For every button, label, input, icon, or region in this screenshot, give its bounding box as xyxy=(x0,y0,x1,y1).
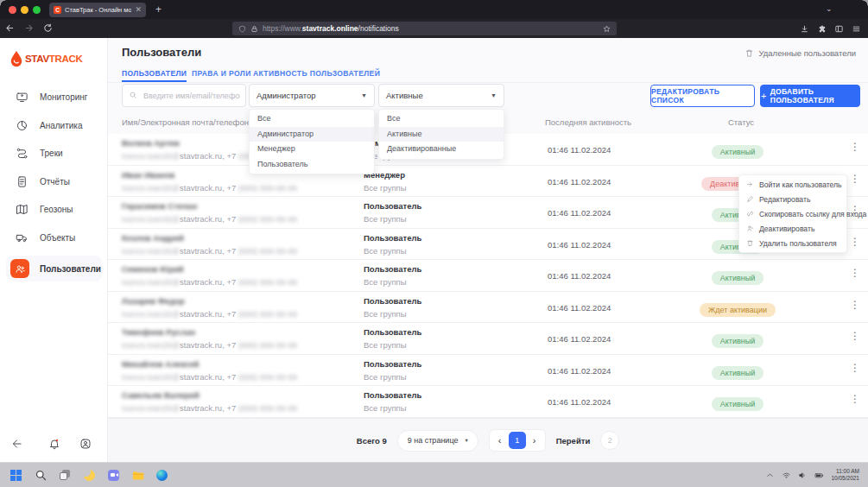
chat-app-icon[interactable] xyxy=(107,469,120,482)
edge-browser-icon[interactable] xyxy=(155,469,168,482)
sidebar-item-analytics[interactable]: Аналитика xyxy=(0,115,108,136)
role-option[interactable]: Все xyxy=(250,111,374,127)
status-option[interactable]: Деактивированные xyxy=(379,142,504,157)
user-role: Пользователь xyxy=(364,327,421,337)
status-badge: Активный xyxy=(712,397,763,411)
row-menu-button[interactable]: ⋮ xyxy=(847,393,863,405)
tab-bar: ПОЛЬЗОВАТЕЛИ ПРАВА И РОЛИ АКТИВНОСТЬ ПОЛ… xyxy=(108,67,868,83)
last-activity: 01:46 11.02.2024 xyxy=(548,397,611,407)
menu-item-delete-user[interactable]: Удалить пользователя xyxy=(739,236,846,250)
volume-icon[interactable] xyxy=(798,471,808,480)
role-filter-select[interactable]: Администратор ▼ xyxy=(249,84,375,107)
menu-item-login-as-user[interactable]: Войти как пользователь xyxy=(739,177,846,192)
row-context-menu: Войти как пользователь Редактировать Ско… xyxy=(738,174,847,253)
row-menu-button[interactable]: ⋮ xyxy=(847,236,863,248)
tab-users[interactable]: ПОЛЬЗОВАТЕЛИ xyxy=(122,67,187,82)
task-view-icon[interactable] xyxy=(59,469,72,482)
taskbar-search-icon[interactable] xyxy=(35,469,48,482)
status-badge: Активный xyxy=(712,271,763,285)
menu-item-deactivate[interactable]: Деактивировать xyxy=(739,221,846,236)
profile-icon[interactable] xyxy=(79,438,92,450)
prev-page-button[interactable]: ‹ xyxy=(491,432,509,449)
bookmark-star-icon[interactable] xyxy=(603,25,611,33)
status-badge: Активный xyxy=(712,145,763,159)
goto-page-input[interactable]: 2 xyxy=(600,431,619,450)
caret-down-icon: ▼ xyxy=(361,92,367,98)
role-option[interactable]: Пользователь xyxy=(250,157,374,173)
status-badge: Ждет активации xyxy=(700,303,776,317)
menu-item-edit[interactable]: Редактировать xyxy=(739,192,846,206)
user-email: ivanov.ivan26@stavtrack.ru, +7 (999) 999… xyxy=(122,372,297,382)
list-all-tabs-icon[interactable]: ⌄ xyxy=(826,2,833,16)
tab-close-icon[interactable]: ✕ xyxy=(135,6,142,14)
system-tray: 11:00 AM 10/05/2021 xyxy=(765,468,868,482)
row-menu-button[interactable]: ⋮ xyxy=(847,330,863,342)
status-option[interactable]: Все xyxy=(379,111,504,127)
tray-time: 11:00 AM xyxy=(831,468,859,475)
current-page-button[interactable]: 1 xyxy=(509,432,526,449)
sidebar-item-monitoring[interactable]: Мониторинг xyxy=(0,86,108,107)
user-role: Пользователь xyxy=(364,201,421,211)
sidebar-item-tracks[interactable]: Треки xyxy=(0,142,108,163)
back-icon[interactable] xyxy=(0,23,19,35)
user-groups: Все группы xyxy=(364,372,421,382)
wifi-icon[interactable] xyxy=(782,471,791,480)
menu-item-copy-login-link[interactable]: Скопировать ссылку для входа xyxy=(739,206,846,221)
sidebar: STAVTRACK Мониторинг Аналитика Треки Отч… xyxy=(0,38,108,462)
role-filter-dropdown: Все Администратор Менеджер Пользователь xyxy=(249,109,375,174)
map-icon xyxy=(16,203,29,216)
row-menu-button[interactable]: ⋮ xyxy=(847,362,863,374)
extensions-puzzle-icon[interactable] xyxy=(817,24,827,34)
file-explorer-icon[interactable] xyxy=(131,469,144,482)
window-zoom-button[interactable] xyxy=(33,6,41,14)
login-arrow-icon xyxy=(746,180,754,188)
table-row: Семенов Юрий ivanov.ivan26@stavtrack.ru,… xyxy=(108,260,868,292)
window-close-button[interactable] xyxy=(9,6,16,14)
new-tab-button[interactable]: + xyxy=(155,3,162,17)
toolbar-right-icons xyxy=(800,19,861,38)
forward-icon[interactable] xyxy=(19,23,38,35)
windows-start-icon[interactable] xyxy=(10,469,23,482)
notifications-bell-icon[interactable] xyxy=(48,438,60,450)
user-email: ivanov.ivan26@stavtrack.ru, +7 (999) 999… xyxy=(122,309,297,319)
clock[interactable]: 11:00 AM 10/05/2021 xyxy=(831,468,859,482)
row-menu-button[interactable]: ⋮ xyxy=(847,173,863,185)
row-menu-button[interactable]: ⋮ xyxy=(847,141,863,153)
menu-hamburger-icon[interactable] xyxy=(852,24,861,34)
downloads-icon[interactable] xyxy=(800,24,809,34)
tab-rights-roles[interactable]: ПРАВА И РОЛИ xyxy=(192,67,251,82)
next-page-button[interactable]: › xyxy=(526,432,543,449)
page-size-select[interactable]: 9 на странице ▾ xyxy=(397,430,478,452)
user-role: Пользователь xyxy=(364,359,421,369)
moon-app-icon[interactable] xyxy=(83,469,96,482)
add-user-button[interactable]: + ДОБАВИТЬ ПОЛЬЗОВАТЕЛЯ xyxy=(760,85,860,107)
search-input[interactable] xyxy=(122,84,246,107)
collapse-arrow-icon[interactable] xyxy=(11,438,23,450)
caret-down-icon: ▾ xyxy=(465,437,467,444)
tray-chevron-up-icon[interactable] xyxy=(765,471,775,480)
status-filter-select[interactable]: Активные ▼ xyxy=(378,84,504,107)
url-bar[interactable]: https://www.stavtrack.online/notificatio… xyxy=(232,22,617,35)
deleted-users-button[interactable]: Удаленные пользователи xyxy=(744,48,856,58)
status-badge: Активный xyxy=(712,334,763,348)
sidebar-item-users[interactable]: Пользователи xyxy=(6,256,102,281)
user-email: ivanov.ivan26@stavtrack.ru, +7 (999) 999… xyxy=(122,246,297,256)
window-minimize-button[interactable] xyxy=(21,6,29,14)
row-menu-button[interactable]: ⋮ xyxy=(847,299,863,311)
sidebar-item-objects[interactable]: Объекты xyxy=(0,227,108,248)
browser-tab[interactable]: С СтавТрак - Онлайн мониторинг ✕ xyxy=(49,3,146,17)
user-name: Михайлов Алексей xyxy=(122,359,297,369)
row-menu-button[interactable]: ⋮ xyxy=(847,267,863,279)
tab-user-activity[interactable]: АКТИВНОСТЬ ПОЛЬЗОВАТЕЛЕЙ xyxy=(253,67,380,82)
monitor-icon xyxy=(16,91,29,104)
battery-icon[interactable] xyxy=(814,471,824,480)
windows-taskbar: 11:00 AM 10/05/2021 xyxy=(0,462,868,487)
edit-list-button[interactable]: РЕДАКТИРОВАТЬ СПИСОК xyxy=(650,85,755,107)
status-option-selected[interactable]: Активные xyxy=(379,127,504,142)
reload-icon[interactable] xyxy=(38,23,57,35)
role-option-selected[interactable]: Администратор xyxy=(250,127,374,142)
sidebar-item-reports[interactable]: Отчёты xyxy=(0,171,108,192)
role-option[interactable]: Менеджер xyxy=(250,142,374,157)
sidebar-panel-icon[interactable] xyxy=(834,24,844,34)
sidebar-item-geozones[interactable]: Геозоны xyxy=(0,199,108,219)
